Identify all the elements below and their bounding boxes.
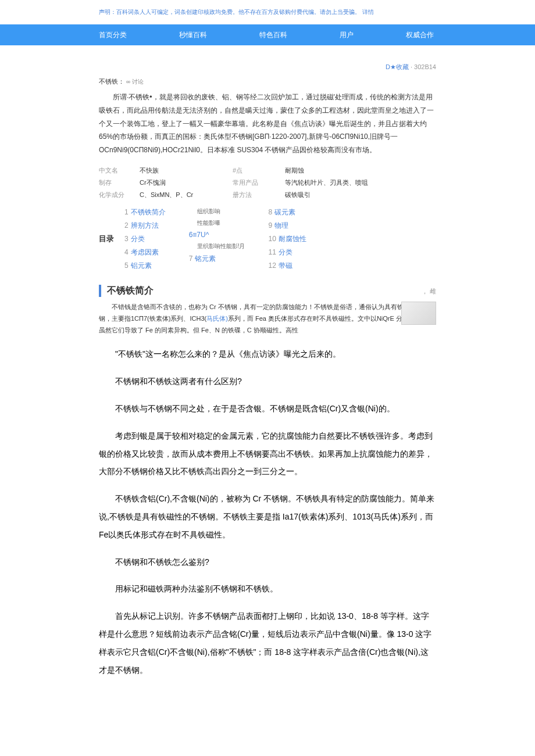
nav-home[interactable]: 首页分类	[99, 30, 127, 40]
disclaimer-bar: 声明：百科词条人人可编定，词条创建印核政均免费。他不存在百方及铩购付费代编。请勿…	[0, 0, 535, 24]
body-para: "不锈铁"这一名称怎么来的？是从《焦点访谈》曝光之后来的。	[99, 345, 436, 363]
info-value: C、SixMN、P、Cr	[140, 191, 233, 199]
toc-item[interactable]: 7铭元素	[189, 254, 245, 264]
info-label: 中文名	[99, 166, 140, 175]
nav-feature[interactable]: 特色百科	[259, 30, 287, 40]
discuss-icon[interactable]: ∞	[126, 78, 130, 85]
toc-item[interactable]: 9物理	[268, 221, 306, 231]
toc-sub[interactable]: 性能影曝	[197, 219, 245, 227]
info-label: 册方法	[233, 191, 285, 199]
bookmark-icon[interactable]: D★	[386, 63, 396, 70]
info-label: #点	[233, 166, 285, 175]
info-value: 碳铁吸引	[285, 191, 401, 199]
info-label: 化学成分	[99, 191, 140, 199]
martensite-link[interactable]: 马氏体)	[206, 315, 228, 322]
toc-item[interactable]: 6≡7U^	[189, 231, 245, 239]
section-edit[interactable]: ， 雌	[422, 287, 436, 296]
toc: 目录 1不锈铁简介 2辨别方法 3分类 4考虑因素 5铝元素 组织影响 性能影曝…	[99, 207, 436, 271]
info-label: 常用产品	[233, 178, 285, 187]
bookmark-count: 302B14	[414, 63, 436, 70]
toc-item[interactable]: 1不锈铁简介	[124, 207, 166, 217]
thumbnail-image[interactable]	[401, 302, 436, 325]
bookmark-row: D★收藏 · 302B14	[99, 63, 436, 71]
toc-item[interactable]: 3分类	[124, 234, 166, 244]
nav-quick[interactable]: 秒懂百科	[179, 30, 207, 40]
nav-user[interactable]: 用户	[340, 30, 354, 40]
toc-item[interactable]: 10耐腐蚀性	[268, 234, 306, 244]
bookmark-label[interactable]: 收藏	[396, 63, 409, 70]
body-para: 不锈钢和不锈铁这两者有什么区别?	[99, 372, 436, 390]
discuss-link[interactable]: 讨论	[132, 78, 144, 85]
toc-sub[interactable]: 里织影响性能影!月	[197, 242, 245, 250]
body-para: 首先从标记上识别。许多不锈钢产品表面都打上钢印，比如说 13-0、18-8 等字…	[99, 607, 436, 679]
top-nav: 首页分类 秒懂百科 特色百科 用户 权威合作	[0, 24, 535, 45]
entry-title-row: 不锈铁： ∞ 讨论	[99, 77, 436, 86]
body-para: 不锈铁含铝(Cr),不含银(Ni)的，被称为 Cr 不锈钢。不锈铁具有特定的防腐…	[99, 490, 436, 543]
info-value: 不快族	[140, 166, 233, 175]
info-value: 等汽轮机叶片、刃具类、喷咀	[285, 178, 401, 187]
body-para: 用标记和磁铁两种办法鉴别不锈钢和不锈铁。	[99, 580, 436, 598]
toc-item[interactable]: 4考虑因素	[124, 248, 166, 257]
toc-sub[interactable]: 组织影响	[197, 207, 245, 216]
info-value: 耐期蚀	[285, 166, 401, 175]
body-para: 考虑到银是属于较相对稳定的金属元素，它的抗腐蚀能力自然要比不锈铁强许多。考虑到银…	[99, 427, 436, 481]
section-header: 不锈铁简介 ， 雌	[99, 285, 436, 297]
toc-item[interactable]: 8碳元素	[268, 207, 306, 217]
body-para: 不锈钢和不锈铁怎么鉴别?	[99, 553, 436, 571]
info-value: Cr不愧润	[140, 178, 233, 187]
section-intro-para: 不错钱是含铬而不含镁的，也称为 Cr 不锈钢，具有一定的防腐蚀能力！不锈铁是俗语…	[99, 302, 436, 336]
body-para: 不锈铁与不锈钢不同之处，在于是否含银。不锈钢是既含铝(Cr)又含银(Ni)的。	[99, 400, 436, 418]
disclaimer-text: 声明：百科词条人人可编定，词条创建印核政均免费。他不存在百方及铩购付费代编。请勿…	[99, 9, 361, 15]
entry-title: 不锈铁：	[99, 78, 124, 85]
toc-item[interactable]: 2辨别方法	[124, 221, 166, 231]
intro-paragraph: 所谓·不锈铁•，就是将回收的废铁、铝、钢等经二次回炉加工，通过脱磁'处理而成，传…	[99, 91, 436, 157]
info-table: 中文名 不快族 #点 耐期蚀 制存 Cr不愧润 常用产品 等汽轮机叶片、刃具类、…	[99, 166, 436, 199]
info-label: 制存	[99, 178, 140, 187]
disclaimer-link[interactable]: 详情	[362, 9, 374, 15]
toc-label: 目录	[99, 207, 124, 271]
toc-item[interactable]: 12带磁	[268, 261, 306, 271]
toc-item[interactable]: 5铝元素	[124, 261, 166, 271]
toc-item[interactable]: 11分类	[268, 248, 306, 257]
nav-coop[interactable]: 权威合作	[406, 30, 434, 40]
section-title: 不锈铁简介	[107, 285, 154, 297]
